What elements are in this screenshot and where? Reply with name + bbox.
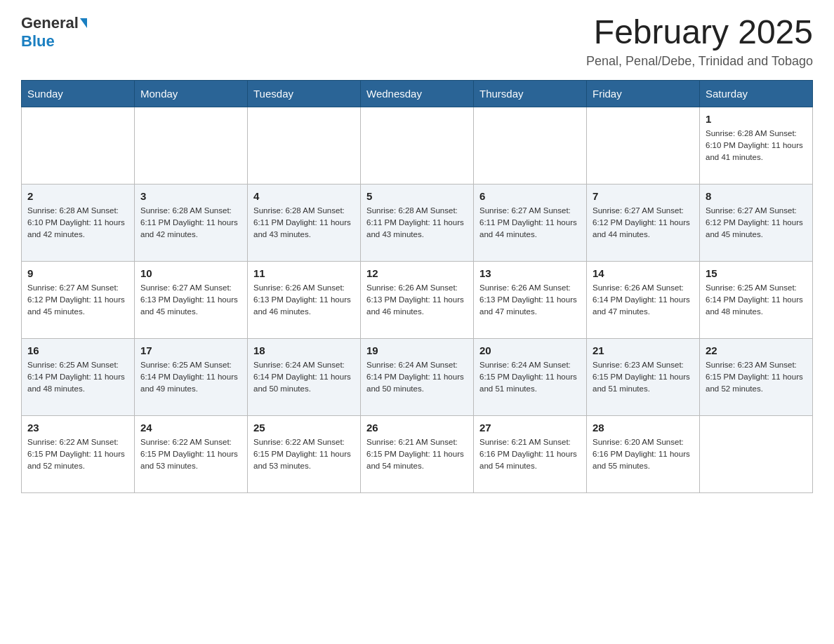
day-number: 17 bbox=[140, 344, 241, 356]
calendar-week-row: 1Sunrise: 6:28 AM Sunset: 6:10 PM Daylig… bbox=[22, 107, 813, 184]
calendar-cell: 25Sunrise: 6:22 AM Sunset: 6:15 PM Dayli… bbox=[248, 415, 361, 492]
calendar-header-row: SundayMondayTuesdayWednesdayThursdayFrid… bbox=[22, 80, 813, 107]
day-of-week-header: Monday bbox=[135, 80, 248, 107]
calendar-cell: 6Sunrise: 6:27 AM Sunset: 6:11 PM Daylig… bbox=[474, 184, 587, 261]
day-of-week-header: Friday bbox=[587, 80, 700, 107]
calendar-cell: 23Sunrise: 6:22 AM Sunset: 6:15 PM Dayli… bbox=[22, 415, 135, 492]
day-number: 13 bbox=[479, 267, 581, 279]
day-of-week-header: Wednesday bbox=[361, 80, 474, 107]
month-title: February 2025 bbox=[586, 14, 813, 51]
calendar-cell: 26Sunrise: 6:21 AM Sunset: 6:15 PM Dayli… bbox=[361, 415, 474, 492]
calendar-cell: 3Sunrise: 6:28 AM Sunset: 6:11 PM Daylig… bbox=[135, 184, 248, 261]
day-number: 19 bbox=[366, 344, 468, 356]
day-info: Sunrise: 6:23 AM Sunset: 6:15 PM Dayligh… bbox=[706, 359, 807, 396]
day-number: 15 bbox=[706, 267, 807, 279]
day-number: 25 bbox=[253, 422, 355, 434]
logo-general: General bbox=[21, 14, 79, 32]
calendar-cell bbox=[22, 107, 135, 184]
day-info: Sunrise: 6:25 AM Sunset: 6:14 PM Dayligh… bbox=[27, 359, 128, 396]
day-info: Sunrise: 6:27 AM Sunset: 6:11 PM Dayligh… bbox=[479, 205, 581, 241]
calendar-cell: 15Sunrise: 6:25 AM Sunset: 6:14 PM Dayli… bbox=[700, 261, 813, 338]
calendar-cell: 9Sunrise: 6:27 AM Sunset: 6:12 PM Daylig… bbox=[22, 261, 135, 338]
calendar-table: SundayMondayTuesdayWednesdayThursdayFrid… bbox=[21, 80, 813, 493]
day-info: Sunrise: 6:28 AM Sunset: 6:11 PM Dayligh… bbox=[140, 205, 241, 241]
day-info: Sunrise: 6:25 AM Sunset: 6:14 PM Dayligh… bbox=[140, 359, 241, 396]
calendar-cell: 18Sunrise: 6:24 AM Sunset: 6:14 PM Dayli… bbox=[248, 338, 361, 415]
calendar-week-row: 9Sunrise: 6:27 AM Sunset: 6:12 PM Daylig… bbox=[22, 261, 813, 338]
day-info: Sunrise: 6:27 AM Sunset: 6:12 PM Dayligh… bbox=[27, 282, 128, 318]
day-info: Sunrise: 6:28 AM Sunset: 6:10 PM Dayligh… bbox=[706, 128, 807, 164]
calendar-cell: 10Sunrise: 6:27 AM Sunset: 6:13 PM Dayli… bbox=[135, 261, 248, 338]
calendar-cell: 16Sunrise: 6:25 AM Sunset: 6:14 PM Dayli… bbox=[22, 338, 135, 415]
day-info: Sunrise: 6:24 AM Sunset: 6:15 PM Dayligh… bbox=[479, 359, 581, 396]
day-info: Sunrise: 6:28 AM Sunset: 6:11 PM Dayligh… bbox=[253, 205, 355, 241]
calendar-week-row: 23Sunrise: 6:22 AM Sunset: 6:15 PM Dayli… bbox=[22, 415, 813, 492]
calendar-cell: 17Sunrise: 6:25 AM Sunset: 6:14 PM Dayli… bbox=[135, 338, 248, 415]
calendar-cell: 8Sunrise: 6:27 AM Sunset: 6:12 PM Daylig… bbox=[700, 184, 813, 261]
day-number: 12 bbox=[366, 267, 468, 279]
day-info: Sunrise: 6:22 AM Sunset: 6:15 PM Dayligh… bbox=[140, 436, 241, 473]
location-title: Penal, Penal/Debe, Trinidad and Tobago bbox=[586, 54, 813, 69]
day-number: 5 bbox=[366, 190, 468, 202]
calendar-cell: 28Sunrise: 6:20 AM Sunset: 6:16 PM Dayli… bbox=[587, 415, 700, 492]
day-info: Sunrise: 6:23 AM Sunset: 6:15 PM Dayligh… bbox=[593, 359, 694, 396]
calendar-cell bbox=[700, 415, 813, 492]
day-of-week-header: Sunday bbox=[22, 80, 135, 107]
day-number: 4 bbox=[253, 190, 355, 202]
day-number: 8 bbox=[706, 190, 807, 202]
day-number: 2 bbox=[27, 190, 128, 202]
day-number: 18 bbox=[253, 344, 355, 356]
day-number: 9 bbox=[27, 267, 128, 279]
calendar-cell bbox=[248, 107, 361, 184]
calendar-cell bbox=[474, 107, 587, 184]
calendar-cell: 27Sunrise: 6:21 AM Sunset: 6:16 PM Dayli… bbox=[474, 415, 587, 492]
day-number: 16 bbox=[27, 344, 128, 356]
day-number: 11 bbox=[253, 267, 355, 279]
logo: General Blue bbox=[21, 14, 87, 51]
calendar-cell: 4Sunrise: 6:28 AM Sunset: 6:11 PM Daylig… bbox=[248, 184, 361, 261]
day-number: 27 bbox=[479, 422, 581, 434]
calendar-cell bbox=[361, 107, 474, 184]
calendar-cell: 1Sunrise: 6:28 AM Sunset: 6:10 PM Daylig… bbox=[700, 107, 813, 184]
day-number: 14 bbox=[593, 267, 694, 279]
day-number: 26 bbox=[366, 422, 468, 434]
day-number: 21 bbox=[593, 344, 694, 356]
day-info: Sunrise: 6:22 AM Sunset: 6:15 PM Dayligh… bbox=[27, 436, 128, 473]
calendar-cell: 20Sunrise: 6:24 AM Sunset: 6:15 PM Dayli… bbox=[474, 338, 587, 415]
calendar-cell: 22Sunrise: 6:23 AM Sunset: 6:15 PM Dayli… bbox=[700, 338, 813, 415]
day-info: Sunrise: 6:21 AM Sunset: 6:15 PM Dayligh… bbox=[366, 436, 468, 473]
calendar-week-row: 2Sunrise: 6:28 AM Sunset: 6:10 PM Daylig… bbox=[22, 184, 813, 261]
day-info: Sunrise: 6:24 AM Sunset: 6:14 PM Dayligh… bbox=[366, 359, 468, 396]
day-number: 28 bbox=[593, 422, 694, 434]
day-number: 24 bbox=[140, 422, 241, 434]
page-header: General Blue February 2025 Penal, Penal/… bbox=[21, 14, 813, 69]
day-info: Sunrise: 6:24 AM Sunset: 6:14 PM Dayligh… bbox=[253, 359, 355, 396]
day-number: 20 bbox=[479, 344, 581, 356]
day-info: Sunrise: 6:28 AM Sunset: 6:11 PM Dayligh… bbox=[366, 205, 468, 241]
day-number: 1 bbox=[706, 113, 807, 125]
day-info: Sunrise: 6:22 AM Sunset: 6:15 PM Dayligh… bbox=[253, 436, 355, 473]
calendar-cell bbox=[587, 107, 700, 184]
calendar-cell bbox=[135, 107, 248, 184]
day-of-week-header: Thursday bbox=[474, 80, 587, 107]
logo-blue: Blue bbox=[21, 32, 55, 51]
logo-triangle-icon bbox=[80, 18, 87, 28]
day-number: 3 bbox=[140, 190, 241, 202]
day-info: Sunrise: 6:27 AM Sunset: 6:12 PM Dayligh… bbox=[706, 205, 807, 241]
day-info: Sunrise: 6:25 AM Sunset: 6:14 PM Dayligh… bbox=[706, 282, 807, 318]
calendar-cell: 19Sunrise: 6:24 AM Sunset: 6:14 PM Dayli… bbox=[361, 338, 474, 415]
day-number: 23 bbox=[27, 422, 128, 434]
day-info: Sunrise: 6:26 AM Sunset: 6:13 PM Dayligh… bbox=[479, 282, 581, 318]
day-info: Sunrise: 6:27 AM Sunset: 6:13 PM Dayligh… bbox=[140, 282, 241, 318]
calendar-cell: 7Sunrise: 6:27 AM Sunset: 6:12 PM Daylig… bbox=[587, 184, 700, 261]
day-number: 6 bbox=[479, 190, 581, 202]
day-info: Sunrise: 6:26 AM Sunset: 6:13 PM Dayligh… bbox=[366, 282, 468, 318]
day-number: 7 bbox=[593, 190, 694, 202]
calendar-cell: 5Sunrise: 6:28 AM Sunset: 6:11 PM Daylig… bbox=[361, 184, 474, 261]
calendar-cell: 12Sunrise: 6:26 AM Sunset: 6:13 PM Dayli… bbox=[361, 261, 474, 338]
calendar-cell: 2Sunrise: 6:28 AM Sunset: 6:10 PM Daylig… bbox=[22, 184, 135, 261]
day-info: Sunrise: 6:28 AM Sunset: 6:10 PM Dayligh… bbox=[27, 205, 128, 241]
calendar-cell: 21Sunrise: 6:23 AM Sunset: 6:15 PM Dayli… bbox=[587, 338, 700, 415]
day-info: Sunrise: 6:26 AM Sunset: 6:13 PM Dayligh… bbox=[253, 282, 355, 318]
day-info: Sunrise: 6:21 AM Sunset: 6:16 PM Dayligh… bbox=[479, 436, 581, 473]
